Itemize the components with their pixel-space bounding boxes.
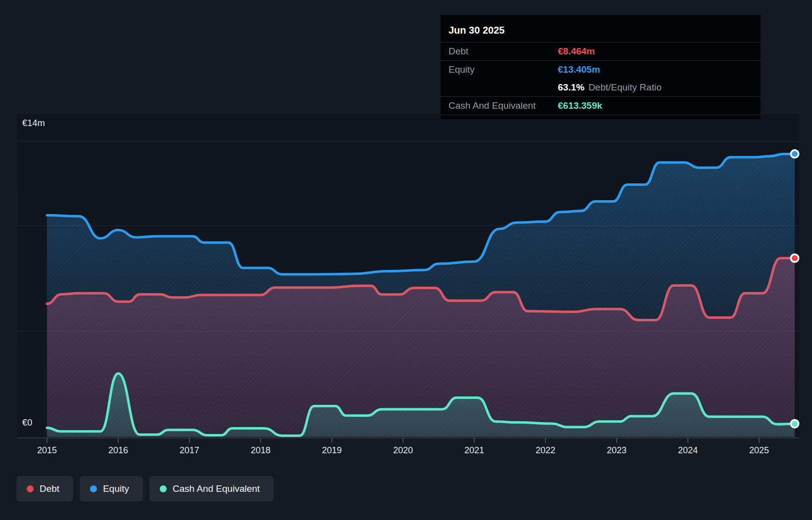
x-axis-year-label-2023: 2023 xyxy=(607,445,627,456)
x-axis-year-label-2016: 2016 xyxy=(108,445,128,456)
tooltip-row-ratio: 63.1% Debt/Equity Ratio xyxy=(441,79,761,96)
tooltip-row-debt: Debt €8.464m xyxy=(441,42,761,60)
x-axis-year-label-2025: 2025 xyxy=(749,445,769,456)
legend-item-debt[interactable]: Debt xyxy=(16,476,73,502)
debt-equity-history-chart: €14m €0 20152016201720182019202020212022… xyxy=(0,0,812,520)
tooltip-ratio-value: 63.1% xyxy=(558,82,585,93)
x-axis-year-label-2020: 2020 xyxy=(393,445,413,456)
tooltip-equity-label: Equity xyxy=(449,64,558,75)
legend-label-equity: Equity xyxy=(103,483,129,494)
legend-item-cash-and-equivalent[interactable]: Cash And Equivalent xyxy=(149,476,273,502)
x-axis-year-label-2018: 2018 xyxy=(251,445,271,456)
x-axis-year-label-2024: 2024 xyxy=(678,445,698,456)
x-axis-year-label-2021: 2021 xyxy=(464,445,484,456)
legend-label-debt: Debt xyxy=(40,483,59,494)
x-axis-year-label-2022: 2022 xyxy=(536,445,555,456)
y-axis-label-max: €14m xyxy=(22,118,45,129)
legend-dot-debt xyxy=(27,485,34,492)
tooltip-row-equity: Equity €13.405m xyxy=(441,60,761,79)
x-axis-year-label-2017: 2017 xyxy=(180,445,199,456)
tooltip-row-cash: Cash And Equivalent €613.359k xyxy=(441,96,761,115)
tooltip-ratio-label: Debt/Equity Ratio xyxy=(588,82,662,93)
x-axis-year-label-2019: 2019 xyxy=(322,445,342,456)
tooltip-date: Jun 30 2025 xyxy=(441,20,761,42)
series-endpoint-equity[interactable] xyxy=(790,149,800,159)
tooltip-cash-value: €613.359k xyxy=(558,100,602,111)
legend-dot-equity xyxy=(90,485,97,492)
x-axis-year-label-2015: 2015 xyxy=(37,445,57,456)
tooltip-cash-label: Cash And Equivalent xyxy=(449,100,558,111)
tooltip-panel: Jun 30 2025 Debt €8.464m Equity €13.405m… xyxy=(441,15,761,119)
legend-label-cash-and-equivalent: Cash And Equivalent xyxy=(173,483,260,494)
tooltip-equity-value: €13.405m xyxy=(558,64,600,75)
tooltip-debt-value: €8.464m xyxy=(558,46,595,57)
series-endpoint-debt[interactable] xyxy=(790,254,800,263)
legend-item-equity[interactable]: Equity xyxy=(80,476,143,502)
tooltip-debt-label: Debt xyxy=(449,46,558,57)
series-endpoint-cash-and-equivalent[interactable] xyxy=(790,419,800,429)
legend: DebtEquityCash And Equivalent xyxy=(16,476,273,502)
y-axis-label-zero: €0 xyxy=(22,418,32,428)
legend-dot-cash-and-equivalent xyxy=(160,485,167,492)
